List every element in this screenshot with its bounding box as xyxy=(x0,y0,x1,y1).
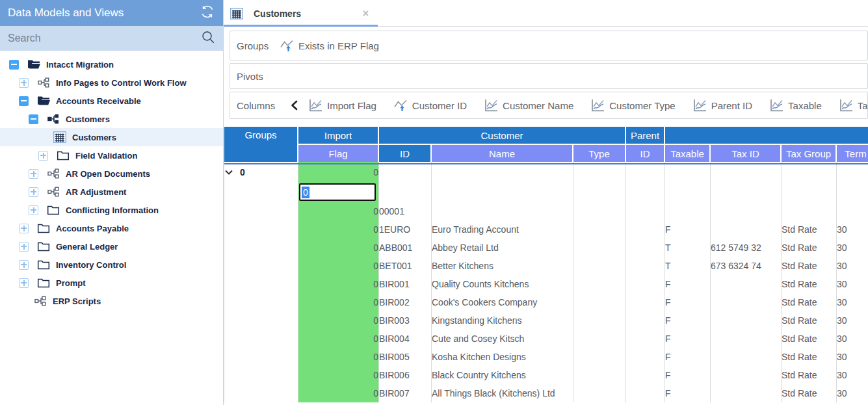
type-cell[interactable] xyxy=(573,311,626,330)
parent-group-header[interactable]: Parent xyxy=(626,127,665,144)
tax-id-cell[interactable] xyxy=(711,366,782,384)
parent-id-cell[interactable] xyxy=(626,384,665,402)
import-flag-cell[interactable]: 0 xyxy=(298,293,379,311)
parent-id-cell[interactable] xyxy=(626,275,665,293)
cell[interactable] xyxy=(837,182,868,202)
chevron-down-icon[interactable] xyxy=(224,169,233,176)
term-cell[interactable]: 30 xyxy=(837,348,868,366)
term-cell[interactable]: 30 xyxy=(837,220,868,239)
tax-group-cell[interactable]: Std Rate xyxy=(782,293,837,311)
type-cell[interactable] xyxy=(573,239,626,257)
id-cell[interactable]: ABB001 xyxy=(379,239,432,257)
name-cell[interactable]: All Things Black (Kitchens) Ltd xyxy=(432,384,573,402)
expand-toggle-icon[interactable] xyxy=(29,169,38,179)
field-chip-exists-in-erp-flag[interactable]: Exists in ERP Flag xyxy=(280,39,379,52)
expand-toggle-icon[interactable] xyxy=(19,260,29,270)
name-cell[interactable]: Quality Counts Kitchens xyxy=(432,275,573,293)
term-column-header[interactable]: Term xyxy=(837,144,868,162)
expand-toggle-icon[interactable] xyxy=(29,187,38,197)
term-cell[interactable]: 30 xyxy=(837,311,868,330)
parent-id-column-header[interactable]: ID xyxy=(626,144,665,162)
cell[interactable] xyxy=(711,182,782,202)
import-flag-cell[interactable]: 0 xyxy=(298,311,379,330)
import-flag-cell[interactable]: 0 xyxy=(298,220,379,239)
tax-id-cell[interactable] xyxy=(711,202,782,220)
type-cell[interactable] xyxy=(573,220,626,239)
name-cell[interactable]: Kingstanding Kitchens xyxy=(432,311,573,330)
import-flag-cell[interactable]: 0 xyxy=(298,239,379,257)
cell[interactable] xyxy=(665,182,711,202)
tree-item-ar-open-documents[interactable]: AR Open Documents xyxy=(0,164,223,183)
tax-id-cell[interactable] xyxy=(711,384,782,402)
expand-toggle-icon[interactable] xyxy=(38,151,48,161)
type-cell[interactable] xyxy=(573,293,626,311)
chevron-left-icon[interactable] xyxy=(290,100,298,111)
expand-toggle-icon[interactable] xyxy=(19,242,29,252)
customer-group-header[interactable]: Customer xyxy=(379,127,626,144)
name-column-header[interactable]: Name xyxy=(432,144,573,162)
id-cell[interactable]: 00001 xyxy=(379,202,432,220)
tax-group-cell[interactable] xyxy=(782,202,837,220)
term-cell[interactable] xyxy=(837,202,868,220)
collapse-toggle-icon[interactable] xyxy=(29,114,38,124)
import-group-header[interactable]: Import xyxy=(298,127,379,144)
id-cell[interactable]: BIR003 xyxy=(379,311,432,330)
tax-id-cell[interactable] xyxy=(711,220,782,239)
parent-id-cell[interactable] xyxy=(626,348,665,366)
type-cell[interactable] xyxy=(573,330,626,348)
groups-dropzone[interactable]: Groups Exists in ERP Flag xyxy=(230,31,868,60)
taxable-cell[interactable]: F xyxy=(665,330,711,348)
import-flag-cell[interactable]: 0 xyxy=(298,330,379,348)
tax-id-cell[interactable] xyxy=(711,311,782,330)
tree-item-customers-view[interactable]: Customers xyxy=(0,128,223,146)
cell[interactable] xyxy=(626,162,665,182)
tax-id-cell[interactable] xyxy=(711,293,782,311)
type-cell[interactable] xyxy=(573,348,626,366)
tax-group-column-header[interactable]: Tax Group xyxy=(782,144,837,162)
parent-id-cell[interactable] xyxy=(626,239,665,257)
name-cell[interactable]: Black Country Kitchens xyxy=(432,366,573,384)
import-flag-group-cell[interactable]: 0 xyxy=(298,162,379,182)
import-flag-edit-cell[interactable]: 0 xyxy=(298,182,379,202)
cell[interactable] xyxy=(224,348,298,366)
tree-item-general-ledger[interactable]: General Ledger xyxy=(0,237,223,255)
id-cell[interactable]: BET001 xyxy=(379,257,432,275)
import-flag-cell[interactable]: 0 xyxy=(298,275,379,293)
name-cell[interactable]: Better Kitchens xyxy=(432,257,573,275)
cell[interactable] xyxy=(626,182,665,202)
type-cell[interactable] xyxy=(573,366,626,384)
cell[interactable] xyxy=(224,293,298,311)
field-chip-customer-id[interactable]: Customer ID xyxy=(393,99,467,112)
cell[interactable] xyxy=(224,384,298,402)
type-column-header[interactable]: Type xyxy=(573,144,626,162)
tax-group-cell[interactable]: Std Rate xyxy=(782,220,837,239)
tax-id-cell[interactable]: 673 6324 74 xyxy=(711,257,782,275)
taxable-cell[interactable]: T xyxy=(665,239,711,257)
tree-item-inventory-control[interactable]: Inventory Control xyxy=(0,255,223,274)
cell[interactable] xyxy=(224,257,298,275)
taxable-cell[interactable]: F xyxy=(665,293,711,311)
tax-id-cell[interactable] xyxy=(711,275,782,293)
tree-item-erp-scripts[interactable]: ERP Scripts xyxy=(0,292,223,310)
cell[interactable] xyxy=(224,330,298,348)
name-cell[interactable]: Euro Trading Account xyxy=(432,220,573,239)
field-chip-tax-id[interactable]: Tax ID xyxy=(839,99,868,112)
collapse-toggle-icon[interactable] xyxy=(9,60,19,70)
name-cell[interactable]: Kosha Kitchen Designs xyxy=(432,348,573,366)
import-flag-cell[interactable]: 0 xyxy=(298,366,379,384)
type-cell[interactable] xyxy=(573,202,626,220)
expand-toggle-icon[interactable] xyxy=(29,205,38,215)
search-icon[interactable] xyxy=(201,30,215,47)
tax-group-cell[interactable]: Std Rate xyxy=(782,275,837,293)
close-icon[interactable]: × xyxy=(359,8,373,20)
taxable-cell[interactable]: F xyxy=(665,348,711,366)
taxable-column-header[interactable]: Taxable xyxy=(665,144,711,162)
parent-id-cell[interactable] xyxy=(626,293,665,311)
tree-item-prompt[interactable]: Prompt xyxy=(0,274,223,292)
import-flag-cell[interactable]: 0 xyxy=(298,348,379,366)
tax-group-cell[interactable]: Std Rate xyxy=(782,330,837,348)
tax-id-column-header[interactable]: Tax ID xyxy=(711,144,782,162)
cell[interactable] xyxy=(224,275,298,293)
tree-item-field-validation[interactable]: Field Validation xyxy=(0,146,223,164)
search-bar[interactable]: Search xyxy=(0,26,223,51)
